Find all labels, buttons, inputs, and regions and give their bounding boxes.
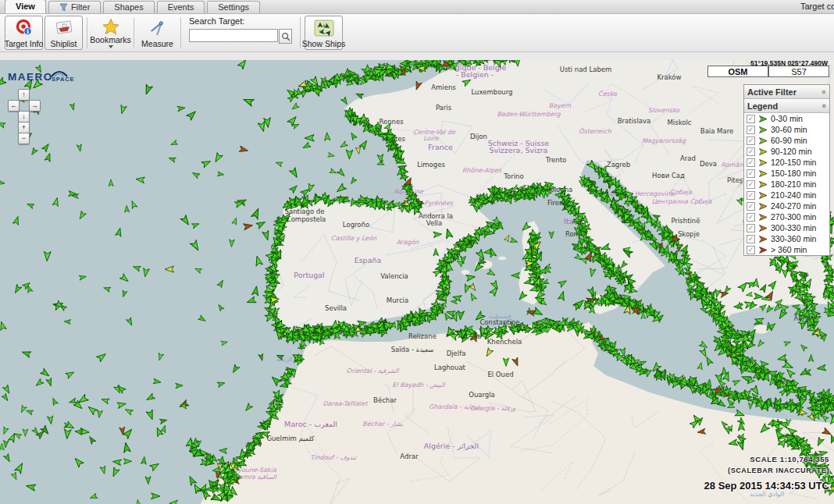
tab-events[interactable]: Events (157, 1, 205, 13)
legend-ship-icon (758, 115, 768, 123)
legend-checkbox[interactable]: ✓ (747, 137, 755, 145)
bookmarks-icon (102, 18, 120, 35)
legend-item: ✓300-330 min (744, 222, 829, 233)
shiplist-button[interactable]: Shiplist (45, 16, 83, 50)
tab-view-label: View (16, 0, 35, 13)
collapse-up-icon[interactable]: « (820, 104, 828, 108)
tab-shapes[interactable]: Shapes (103, 1, 154, 13)
zoom-out-button[interactable]: − (18, 133, 30, 144)
legend-item: ✓60-90 min (744, 135, 829, 146)
search-button[interactable] (279, 29, 292, 44)
pan-left-button[interactable]: ← (8, 100, 20, 112)
pan-up-button[interactable]: ↑ (18, 89, 30, 101)
legend-item: ✓270-300 min (744, 211, 829, 222)
legend-ship-icon (758, 147, 768, 156)
legend-checkbox[interactable]: ✓ (747, 224, 755, 232)
tab-filter-label: Filter (71, 2, 90, 13)
tab-bar: View Filter Shapes Events Settings (0, 0, 834, 14)
legend-ship-icon (758, 158, 768, 167)
maerospace-logo: MAERO SPACE (6, 66, 84, 88)
legend-checkbox[interactable]: ✓ (747, 191, 755, 200)
legend-item-label: 120-150 min (771, 158, 816, 167)
legend-item-label: 60-90 min (771, 136, 807, 145)
legend-checkbox[interactable]: ✓ (747, 126, 755, 134)
legend-ship-icon (758, 213, 768, 222)
legend-item: ✓> 360 min (744, 244, 829, 255)
logo-space-text: SPACE (52, 76, 74, 83)
legend-checkbox[interactable]: ✓ (747, 180, 755, 189)
legend-ship-icon (758, 169, 768, 178)
target-info-button[interactable]: i Target Info (5, 16, 43, 50)
ship-layer (0, 60, 834, 504)
legend-item: ✓0-30 min (744, 113, 829, 124)
legend-ship-icon (758, 180, 768, 189)
layer-osm-button[interactable]: OSM (707, 66, 768, 77)
tab-filter[interactable]: Filter (48, 1, 101, 13)
collapse-down-icon[interactable]: « (820, 90, 828, 94)
legend-items: ✓0-30 min✓30-60 min✓60-90 min✓90-120 min… (744, 113, 829, 255)
legend-item: ✓120-150 min (744, 157, 829, 168)
legend-checkbox[interactable]: ✓ (747, 147, 755, 156)
measure-label: Measure (141, 39, 173, 48)
search-target-label: Search Target: (189, 16, 292, 26)
search-icon (281, 32, 290, 41)
legend-ship-icon (758, 137, 768, 145)
tab-settings[interactable]: Settings (207, 1, 260, 13)
legend-checkbox[interactable]: ✓ (747, 235, 755, 243)
search-target-input[interactable] (189, 29, 278, 42)
toolbar-separator (87, 17, 87, 48)
legend-title: Legend (747, 101, 778, 111)
active-filter-title: Active Filter (747, 87, 797, 97)
legend-item: ✓330-360 min (744, 233, 829, 244)
bookmarks-dropdown-icon[interactable] (109, 45, 113, 48)
bookmarks-label: Bookmarks (90, 35, 131, 44)
legend-ship-icon (758, 202, 768, 211)
tab-view[interactable]: View (5, 0, 46, 13)
legend-item-label: 330-360 min (771, 234, 816, 243)
map-canvas[interactable]: Usti nad LabemKrakówAmiensLuxembourgPari… (0, 60, 834, 504)
scalebar-warning: (SCALEBAR INACCURATE) (728, 467, 829, 474)
legend-checkbox[interactable]: ✓ (747, 158, 755, 167)
measure-button[interactable]: Measure (138, 16, 176, 50)
legend-checkbox[interactable]: ✓ (747, 115, 755, 123)
legend-ship-icon (758, 191, 768, 200)
legend-header[interactable]: Legend « (744, 99, 829, 113)
tab-events-label: Events (168, 2, 194, 13)
legend-checkbox[interactable]: ✓ (747, 246, 755, 254)
legend-item-label: 240-270 min (771, 201, 816, 211)
search-target-group: Search Target: (189, 16, 292, 49)
bookmarks-button[interactable]: Bookmarks (91, 16, 130, 50)
legend-item: ✓210-240 min (744, 190, 829, 201)
tab-settings-label: Settings (218, 2, 249, 13)
logo-maero-text: MAERO (8, 71, 53, 83)
toolbar: i Target Info Shiplist Bookmarks Measure… (0, 14, 834, 52)
active-filter-header[interactable]: Active Filter « (744, 85, 829, 99)
show-ships-button[interactable]: Show Ships (305, 16, 343, 50)
legend-checkbox[interactable]: ✓ (747, 169, 755, 178)
legend-panel: Active Filter « Legend « ✓0-30 min✓30-60… (743, 84, 830, 256)
legend-item: ✓90-120 min (744, 146, 829, 157)
show-ships-icon (314, 18, 334, 37)
zoom-in-button[interactable]: + (18, 122, 30, 133)
application-window: { "tabs": { "items": [ {"label": "View"}… (0, 0, 834, 504)
filter-icon (59, 3, 68, 12)
toolbar-separator (300, 17, 301, 48)
legend-item: ✓240-270 min (744, 201, 829, 211)
toolbar-separator (180, 17, 181, 48)
measure-icon (148, 18, 167, 37)
target-info-icon: i (15, 18, 34, 37)
target-count-label: Target cour (800, 2, 834, 11)
shiplist-icon (55, 18, 73, 37)
legend-item: ✓30-60 min (744, 124, 829, 135)
layer-s57-button[interactable]: S57 (768, 66, 829, 77)
pan-right-button[interactable]: → (29, 100, 41, 112)
legend-ship-icon (758, 246, 768, 254)
legend-checkbox[interactable]: ✓ (747, 213, 755, 222)
ship-markers[interactable] (0, 60, 834, 504)
target-info-label: Target Info (5, 39, 44, 48)
pan-down-button[interactable]: ↓ (18, 111, 30, 122)
legend-item-label: 180-210 min (771, 179, 816, 189)
legend-checkbox[interactable]: ✓ (747, 202, 755, 211)
tab-shapes-label: Shapes (114, 2, 143, 13)
legend-item: ✓180-210 min (744, 179, 829, 190)
